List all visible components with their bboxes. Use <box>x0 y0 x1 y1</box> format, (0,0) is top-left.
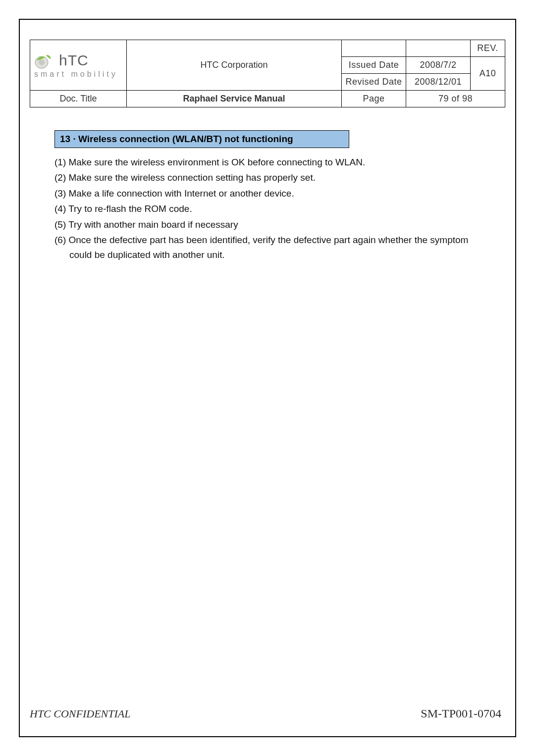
logo-subtext: smart mobility <box>34 70 122 79</box>
svg-point-1 <box>39 59 45 65</box>
issued-date-label: Issued Date <box>342 57 406 74</box>
list-item: (3) Make a life connection with Internet… <box>54 186 481 201</box>
page-frame: hTC smart mobility HTC Corporation REV. … <box>19 19 516 737</box>
steps-list: (1) Make sure the wireless environment i… <box>54 148 481 262</box>
list-item: (4) Try to re-flash the ROM code. <box>54 202 481 216</box>
blank-cell <box>406 40 471 57</box>
list-item: (6) Once the defective part has been ide… <box>54 233 481 262</box>
rev-value: A10 <box>471 57 505 91</box>
logo: hTC smart mobility <box>34 52 122 79</box>
page-label: Page <box>342 91 406 107</box>
doc-title-value: Raphael Service Manual <box>127 91 342 107</box>
doc-title-label: Doc. Title <box>30 91 127 107</box>
issued-date-value: 2008/7/2 <box>406 57 471 74</box>
list-item: (1) Make sure the wireless environment i… <box>54 155 481 169</box>
footer-confidential: HTC CONFIDENTIAL <box>30 707 131 720</box>
footer-doc-code: SM-TP001-0704 <box>421 707 501 720</box>
rev-label: REV. <box>471 40 505 57</box>
section-header: 13 · Wireless connection (WLAN/BT) not f… <box>54 130 349 148</box>
logo-text: hTC <box>59 52 89 69</box>
list-item: (5) Try with another main board if neces… <box>54 217 481 232</box>
htc-logo-icon <box>34 52 56 69</box>
company-name: HTC Corporation <box>127 40 342 91</box>
page-value: 79 of 98 <box>406 91 505 107</box>
header-table: hTC smart mobility HTC Corporation REV. … <box>30 40 505 107</box>
content-area: 13 · Wireless connection (WLAN/BT) not f… <box>30 107 505 262</box>
blank-cell <box>342 40 406 57</box>
page: hTC smart mobility HTC Corporation REV. … <box>0 0 535 756</box>
logo-cell: hTC smart mobility <box>30 40 127 91</box>
revised-date-value: 2008/12/01 <box>406 74 471 91</box>
revised-date-label: Revised Date <box>342 74 406 91</box>
list-item: (2) Make sure the wireless connection se… <box>54 170 481 185</box>
